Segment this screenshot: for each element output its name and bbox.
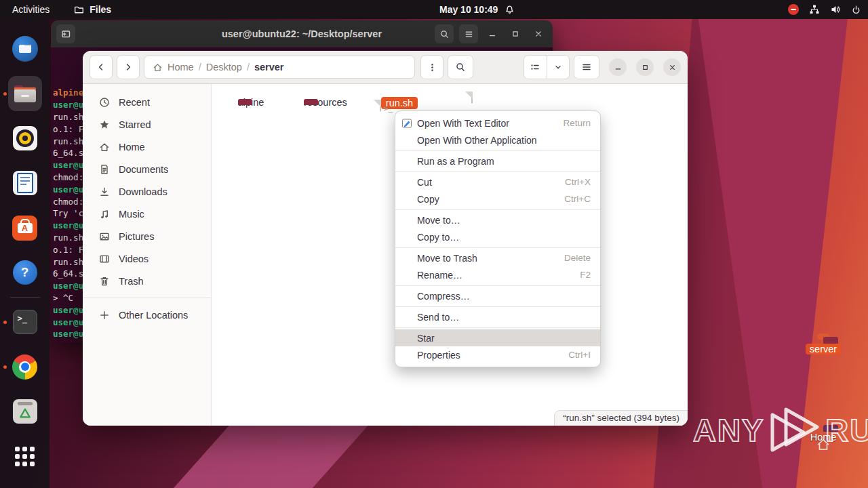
context-menu-item[interactable]: Copy Ctrl+C <box>395 190 600 207</box>
thunderbird-icon <box>12 36 38 62</box>
sidebar-item-icon <box>99 164 110 175</box>
menu-item-icon <box>401 333 412 344</box>
system-status-area[interactable] <box>788 0 861 19</box>
watermark-text-any: ANY <box>693 414 764 446</box>
dock-separator <box>10 297 40 298</box>
dock-item-help[interactable]: ? <box>0 259 50 286</box>
dock-item-libreoffice-writer[interactable] <box>0 169 50 197</box>
sidebar-item[interactable]: Documents <box>87 158 207 180</box>
dock-item-trash[interactable] <box>0 398 50 425</box>
sidebar-item-label: Downloads <box>119 186 167 197</box>
notification-bell-icon <box>505 5 515 15</box>
menu-item-icon <box>401 135 412 146</box>
list-view-icon[interactable] <box>524 56 547 79</box>
context-menu-item[interactable]: Properties Ctrl+I <box>395 346 600 363</box>
help-icon: ? <box>13 260 37 285</box>
window-minimize-button[interactable] <box>609 58 627 76</box>
sidebar-item-other-locations[interactable]: Other Locations <box>87 304 207 326</box>
terminal-minimize-button[interactable] <box>484 25 501 43</box>
sidebar-divider <box>83 298 211 298</box>
sidebar-item-label: Documents <box>119 164 168 175</box>
path-options-button[interactable] <box>420 55 443 79</box>
sidebar-item[interactable]: Home <box>87 136 207 158</box>
files-app-icon <box>74 5 84 15</box>
home-icon <box>153 62 163 73</box>
menu-item-shortcut: F2 <box>580 270 591 280</box>
breadcrumb-separator: / <box>199 62 201 73</box>
context-menu-item[interactable] <box>395 306 600 307</box>
clock[interactable]: May 10 10:49 <box>439 0 515 19</box>
window-close-button[interactable] <box>663 58 681 76</box>
context-menu-item[interactable] <box>395 150 600 151</box>
file-tile-resources[interactable]: resources <box>292 92 359 110</box>
desktop-icon-server[interactable]: server <box>796 331 850 354</box>
file-tile-document[interactable] <box>438 92 506 103</box>
dock-item-chrome[interactable] <box>0 353 50 380</box>
context-menu-item[interactable] <box>395 285 600 286</box>
back-button[interactable] <box>90 55 113 79</box>
sidebar-item[interactable]: Trash <box>87 270 207 292</box>
dock-item-ubuntu-software[interactable]: A <box>0 214 50 241</box>
search-button[interactable] <box>448 55 473 79</box>
sidebar-item[interactable]: Downloads <box>87 180 207 203</box>
terminal-new-tab-button[interactable] <box>56 24 75 43</box>
context-menu-item[interactable]: Rename… F2 <box>395 266 600 283</box>
sidebar-item[interactable]: Starred <box>87 113 207 136</box>
trash-icon <box>13 399 37 424</box>
sidebar-item-icon <box>99 119 110 130</box>
context-menu-item[interactable]: Move to Trash Delete <box>395 249 600 266</box>
sidebar-item[interactable]: Videos <box>87 247 207 270</box>
terminal-close-button[interactable] <box>530 25 547 43</box>
context-menu-item[interactable] <box>395 209 600 210</box>
window-maximize-button[interactable] <box>636 58 654 76</box>
view-toggle-button[interactable] <box>524 55 570 79</box>
terminal-menu-button[interactable] <box>459 24 478 43</box>
sidebar-item-icon <box>99 209 110 220</box>
file-tile-run-sh[interactable]: >_ run.sh <box>365 92 433 111</box>
dock-item-app-grid[interactable] <box>0 443 50 470</box>
context-menu-item[interactable]: Compress… <box>395 287 600 304</box>
context-menu-item[interactable] <box>395 171 600 172</box>
app-grid-icon <box>15 447 35 466</box>
context-menu-item[interactable] <box>395 247 600 248</box>
view-options-chevron[interactable] <box>547 56 570 79</box>
app-menu-button[interactable] <box>574 55 599 79</box>
context-menu-item[interactable]: Star <box>395 329 600 346</box>
sidebar-item-label: Trash <box>119 276 144 287</box>
breadcrumb-desktop[interactable]: Desktop <box>206 62 242 73</box>
context-menu-item[interactable]: Run as a Program <box>395 152 600 169</box>
sidebar-item-icon <box>99 231 110 242</box>
focused-app-menu[interactable]: Files <box>74 4 111 15</box>
menu-item-label: Compress… <box>417 291 470 302</box>
context-menu-item[interactable]: Move to… <box>395 211 600 228</box>
terminal-maximize-button[interactable] <box>507 25 524 43</box>
watermark-text-run: RUN <box>825 414 868 446</box>
terminal-titlebar[interactable]: user@ubuntu22: ~/Desktop/server <box>51 20 553 47</box>
sidebar-item[interactable]: Music <box>87 203 207 225</box>
menu-item-icon <box>401 270 412 281</box>
context-menu-item[interactable]: Send to… <box>395 308 600 325</box>
sidebar-item-label: Videos <box>119 253 149 264</box>
terminal-search-button[interactable] <box>435 24 454 43</box>
breadcrumb[interactable]: Home / Desktop / server <box>144 56 415 79</box>
context-menu-item[interactable] <box>395 327 600 328</box>
dock-item-files[interactable] <box>0 80 50 107</box>
sidebar-item[interactable]: Recent <box>87 91 207 113</box>
breadcrumb-current[interactable]: server <box>254 62 284 73</box>
dock-item-rhythmbox[interactable] <box>0 125 50 152</box>
sidebar-item-icon <box>99 276 110 287</box>
forward-button[interactable] <box>117 55 140 79</box>
menu-item-icon <box>401 215 412 226</box>
dock-item-thunderbird[interactable] <box>0 35 50 62</box>
context-menu-item[interactable]: Copy to… <box>395 228 600 245</box>
running-indicator <box>3 321 7 324</box>
context-menu-item[interactable]: Open With Text Editor Return <box>395 115 600 131</box>
sidebar-item[interactable]: Pictures <box>87 225 207 247</box>
activities-button[interactable]: Activities <box>12 4 50 15</box>
terminal-icon: >_ <box>13 310 37 334</box>
context-menu-item[interactable]: Open With Other Application <box>395 131 600 148</box>
file-tile-alpine[interactable]: alpine <box>217 92 285 110</box>
breadcrumb-home[interactable]: Home <box>167 62 194 73</box>
context-menu-item[interactable]: Cut Ctrl+X <box>395 174 600 190</box>
dock-item-terminal[interactable]: >_ <box>0 308 50 336</box>
